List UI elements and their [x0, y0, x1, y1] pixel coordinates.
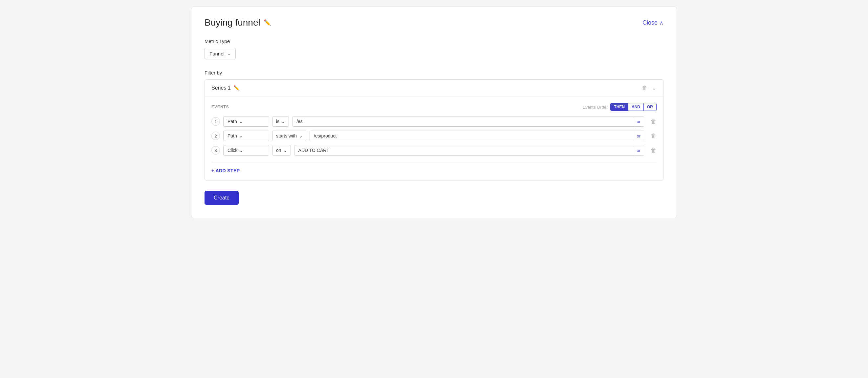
condition-select-1[interactable]: is ⌄ — [273, 116, 289, 127]
metric-type-select[interactable]: Funnel ⌄ — [205, 48, 236, 59]
value-input-wrapper-3: or — [294, 145, 644, 156]
event-type-chevron-3: ⌄ — [239, 148, 243, 153]
series-card: Series 1 ✏️ 🗑 ⌄ EVENTS Events Order THEN — [205, 80, 663, 181]
value-input-1[interactable] — [292, 117, 633, 126]
event-row: 2 Path ⌄ starts with ⌄ or 🗑 — [211, 131, 657, 141]
events-order-label[interactable]: Events Order — [583, 105, 608, 109]
or-link-2[interactable]: or — [633, 131, 644, 141]
create-button[interactable]: Create — [205, 191, 239, 205]
series-title: Series 1 — [211, 85, 231, 91]
row-delete-icon-2[interactable]: 🗑 — [647, 132, 657, 139]
events-header: EVENTS Events Order THEN AND OR — [211, 103, 657, 111]
row-delete-icon-3[interactable]: 🗑 — [647, 147, 657, 154]
event-type-value-2: Path — [227, 133, 237, 138]
condition-value-3: on — [276, 148, 281, 153]
condition-chevron-2: ⌄ — [299, 133, 303, 138]
page-title: Buying funnel — [205, 18, 260, 28]
event-type-chevron-1: ⌄ — [239, 119, 243, 124]
add-step-label: + ADD STEP — [211, 168, 240, 173]
edit-title-icon[interactable]: ✏️ — [264, 19, 271, 26]
value-input-3[interactable] — [294, 145, 633, 155]
events-order-area: Events Order THEN AND OR — [583, 103, 657, 111]
event-type-value-3: Click — [227, 148, 237, 153]
series-body: EVENTS Events Order THEN AND OR 1 Pat — [205, 96, 663, 180]
page-header: Buying funnel ✏️ Close ∧ — [205, 18, 663, 28]
series-title-area: Series 1 ✏️ — [211, 85, 240, 91]
event-type-select-3[interactable]: Click ⌄ — [223, 145, 269, 156]
order-and-button[interactable]: AND — [628, 103, 644, 111]
condition-chevron-1: ⌄ — [281, 119, 285, 124]
events-label: EVENTS — [211, 105, 229, 109]
event-type-select-1[interactable]: Path ⌄ — [223, 116, 269, 127]
close-button[interactable]: Close ∧ — [643, 19, 663, 26]
condition-value-1: is — [276, 119, 279, 124]
page-title-area: Buying funnel ✏️ — [205, 18, 271, 28]
series-actions: 🗑 ⌄ — [642, 84, 657, 92]
metric-type-chevron-icon: ⌄ — [227, 51, 231, 56]
condition-select-2[interactable]: starts with ⌄ — [273, 131, 306, 141]
step-number-3: 3 — [211, 146, 220, 155]
step-number-1: 1 — [211, 117, 220, 126]
event-type-select-2[interactable]: Path ⌄ — [223, 131, 269, 141]
metric-type-value: Funnel — [210, 51, 224, 57]
series-edit-icon[interactable]: ✏️ — [234, 85, 240, 91]
value-input-wrapper-2: or — [310, 131, 644, 141]
condition-value-2: starts with — [276, 133, 297, 138]
close-label: Close — [643, 19, 657, 26]
value-input-wrapper-1: or — [292, 116, 644, 127]
order-button-group: THEN AND OR — [610, 103, 657, 111]
event-row: 3 Click ⌄ on ⌄ or 🗑 — [211, 145, 657, 156]
series-header: Series 1 ✏️ 🗑 ⌄ — [205, 80, 663, 96]
close-chevron-icon: ∧ — [659, 20, 663, 26]
filter-by-section: Filter by Series 1 ✏️ 🗑 ⌄ EVENTS — [205, 70, 663, 181]
series-collapse-icon[interactable]: ⌄ — [652, 84, 657, 92]
filter-by-label: Filter by — [205, 70, 663, 75]
order-then-button[interactable]: THEN — [611, 103, 628, 111]
step-number-2: 2 — [211, 132, 220, 140]
page-container: Buying funnel ✏️ Close ∧ Metric Type Fun… — [191, 6, 677, 218]
event-type-value-1: Path — [227, 119, 237, 124]
value-input-2[interactable] — [310, 131, 633, 141]
or-link-3[interactable]: or — [633, 146, 644, 155]
row-delete-icon-1[interactable]: 🗑 — [647, 118, 657, 125]
metric-type-label: Metric Type — [205, 38, 663, 44]
add-step-button[interactable]: + ADD STEP — [211, 168, 240, 173]
event-type-chevron-2: ⌄ — [239, 133, 243, 138]
series-delete-icon[interactable]: 🗑 — [642, 85, 648, 92]
condition-chevron-3: ⌄ — [283, 148, 287, 153]
metric-type-section: Metric Type Funnel ⌄ — [205, 38, 663, 59]
event-row: 1 Path ⌄ is ⌄ or 🗑 — [211, 116, 657, 127]
order-or-button[interactable]: OR — [644, 103, 656, 111]
condition-select-3[interactable]: on ⌄ — [273, 145, 291, 156]
add-step-area: + ADD STEP — [211, 162, 657, 174]
or-link-1[interactable]: or — [633, 117, 644, 126]
